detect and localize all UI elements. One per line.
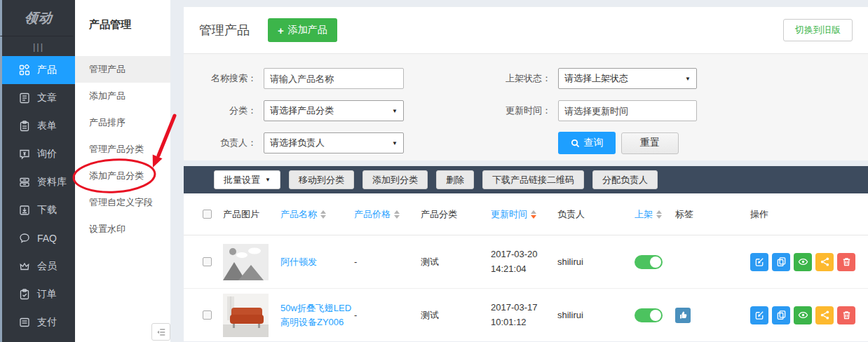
col-owner: 负责人 [557,208,635,221]
edit-button[interactable] [750,306,768,324]
submenu-item-add-category[interactable]: 添加产品分类 [75,163,170,189]
add-product-button[interactable]: + 添加产品 [268,18,337,42]
article-icon [19,93,30,104]
share-button[interactable] [815,306,834,324]
delete-row-button[interactable] [837,253,855,271]
copy-button[interactable] [772,253,790,271]
update-time: 2017-03-20 14:21:04 [491,247,548,277]
batch-toolbar: 批量设置 ▼ 移动到分类 添加到分类 删除 下载产品链接二维码 分配负责人 [184,166,868,193]
category-select[interactable]: 请选择产品分类 ▼ [264,100,404,121]
app-logo: 领动 [0,0,76,36]
col-product-price-sort[interactable]: 产品价格 [354,208,421,221]
download-icon [19,205,30,216]
magnifier-icon [571,139,580,148]
sort-carets-icon [320,210,326,219]
product-category: 测试 [421,309,491,322]
sidebar-item-articles[interactable]: 文章 [2,84,75,112]
delete-row-button[interactable] [837,306,855,324]
submenu-item-sort-products[interactable]: 产品排序 [75,109,170,136]
name-search-input[interactable] [264,68,404,89]
trash-icon [841,256,852,267]
filter-panel: 名称搜索： 上架状态： 请选择上架状态 ▼ 分类： 请选择产品分类 ▼ 更新时间… [184,53,868,160]
col-on-shelf-sort[interactable]: 上架 [635,208,675,221]
copy-pages-icon [776,310,787,320]
product-price: - [354,310,421,320]
product-price: - [354,256,421,267]
owner-label: 负责人： [201,137,257,149]
sidebar-item-faq[interactable]: FAQ [2,224,75,252]
trash-icon [841,310,852,320]
sidebar-item-members[interactable]: 会员 [2,252,75,280]
product-thumbnail-sofa[interactable] [223,294,269,337]
dropdown-caret-icon: ▼ [265,177,271,183]
preview-button[interactable] [794,306,812,324]
product-name-link[interactable]: 阿什顿发 [280,256,317,267]
member-crown-icon [19,261,30,272]
owner: shilirui [557,310,635,320]
select-caret-icon: ▼ [392,108,398,114]
shelf-status-select[interactable]: 请选择上架状态 ▼ [558,68,697,89]
col-product-category: 产品分类 [421,208,491,221]
download-qrcode-button[interactable]: 下载产品链接二维码 [482,170,584,189]
sidebar-item-orders[interactable]: 订单 [2,280,75,308]
table-header-row: 产品图片 产品名称 产品价格 产品分类 更新时间 负责人 上架 标签 操作 [184,193,868,235]
thumbs-up-icon [679,310,688,320]
add-to-category-button[interactable]: 添加到分类 [362,170,428,189]
submenu-item-manage-products[interactable]: 管理产品 [75,56,170,83]
products-grid-icon [19,64,30,76]
eye-icon [798,256,808,267]
delete-button[interactable]: 删除 [436,170,474,189]
category-label: 分类： [201,104,257,117]
sidebar-collapse-toggle[interactable]: ||| [2,36,75,56]
edit-button[interactable] [750,253,768,271]
copy-button[interactable] [772,306,790,324]
plus-icon: + [278,25,284,36]
col-product-image: 产品图片 [223,208,280,221]
faq-bubble-icon [19,233,30,244]
owner: shilirui [557,256,635,267]
edit-pencil-icon [754,256,765,267]
select-caret-icon: ▼ [392,140,398,146]
share-button[interactable] [815,253,834,271]
select-all-checkbox[interactable] [203,210,212,219]
switch-to-old-version-button[interactable]: 切换到旧版 [783,19,853,41]
table-row: 50w折叠飞翅LED高明设备ZY006 - 测试 2017-03-17 10:0… [184,289,868,341]
row-checkbox[interactable] [203,310,212,320]
reset-button[interactable]: 重置 [621,132,679,154]
assign-owner-button[interactable]: 分配负责人 [592,170,658,189]
products-table-card: 批量设置 ▼ 移动到分类 添加到分类 删除 下载产品链接二维码 分配负责人 产品… [184,166,868,341]
submenu-collapse-button[interactable] [151,323,170,341]
update-time-input[interactable] [558,100,697,121]
search-button[interactable]: 查询 [558,132,616,154]
secondary-sidebar: 产品管理 管理产品 添加产品 产品排序 管理产品分类 添加产品分类 管理自定义字… [75,0,170,342]
row-checkbox[interactable] [203,257,212,266]
submenu-item-custom-fields[interactable]: 管理自定义字段 [75,189,170,216]
product-category: 测试 [421,256,491,268]
owner-select[interactable]: 请选择负责人 ▼ [264,132,404,153]
move-to-category-button[interactable]: 移动到分类 [289,170,354,189]
submenu-item-watermark[interactable]: 设置水印 [75,216,170,242]
product-name-link[interactable]: 50w折叠飞翅LED高明设备ZY006 [280,303,351,327]
edit-pencil-icon [754,310,765,320]
title-bar: 管理产品 + 添加产品 切换到旧版 [184,7,868,53]
on-shelf-toggle[interactable] [635,308,663,322]
sidebar-item-downloads[interactable]: 下载 [2,196,75,224]
batch-settings-dropdown[interactable]: 批量设置 ▼ [214,170,280,189]
page-title: 管理产品 [199,22,250,39]
col-product-name-sort[interactable]: 产品名称 [280,208,354,221]
submenu-title: 产品管理 [75,0,170,56]
col-update-time-sort[interactable]: 更新时间 [491,208,557,221]
sidebar-item-products[interactable]: 产品 [2,56,75,84]
sidebar-item-inquiry[interactable]: 询价 [2,140,75,168]
update-time: 2017-03-17 10:01:12 [491,301,548,330]
primary-sidebar: 领动 ||| 产品 文章 表单 询价 资料库 [0,0,75,342]
on-shelf-toggle[interactable] [635,255,663,269]
sidebar-item-forms[interactable]: 表单 [2,112,75,140]
submenu-item-manage-categories[interactable]: 管理产品分类 [75,136,170,163]
preview-button[interactable] [794,253,812,271]
submenu-item-add-product[interactable]: 添加产品 [75,83,170,109]
copy-pages-icon [776,256,787,267]
sidebar-item-payment[interactable]: 支付 [2,308,75,336]
product-thumbnail-placeholder[interactable] [223,244,269,280]
sidebar-item-library[interactable]: 资料库 [2,168,75,196]
